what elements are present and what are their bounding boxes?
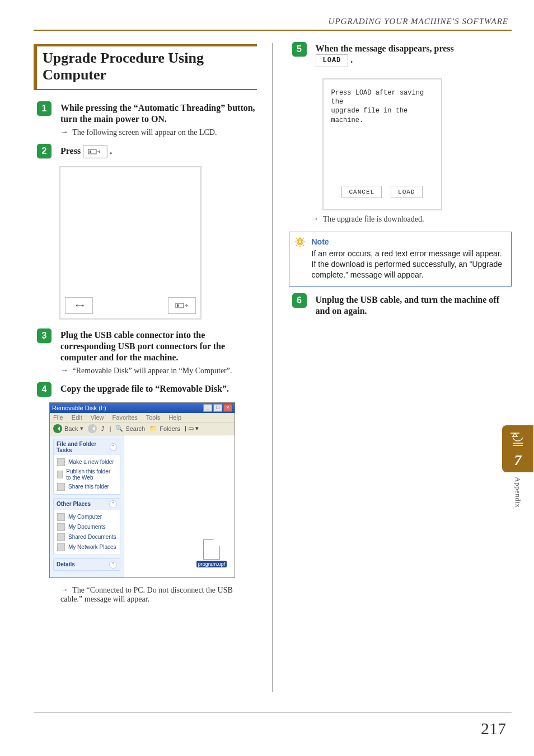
task-item: Make a new folder [57, 457, 116, 467]
tasks-title: Other Places [57, 501, 91, 507]
step-number-badge: 5 [292, 42, 307, 57]
step-4-result: → The “Connected to PC. Do not disconnec… [60, 586, 257, 604]
section-title-box: Upgrade Procedure Using Computer [34, 44, 257, 90]
step-3-result-text: “Removable Disk” will appear in “My Comp… [73, 367, 232, 375]
step-number-badge: 2 [37, 144, 51, 158]
step-5-result-text: The upgrade file is downloaded. [323, 215, 424, 223]
step-1-result-text: The following screen will appear on the … [72, 128, 217, 137]
lcd-usb-button-icon [83, 145, 107, 158]
appendix-badge-embroidery-icon [507, 430, 528, 451]
step-number-badge: 4 [37, 382, 51, 397]
menu-item: Favorites [113, 414, 138, 421]
lcd-screenshot-load: Press LOAD after saving the upgrade file… [322, 78, 442, 210]
step-5: 5 When the message disappears, press LOA… [289, 43, 512, 67]
lcd-screenshot-blank [59, 166, 202, 320]
place-item: Shared Documents [57, 532, 116, 542]
step-4-result-block: → The “Connected to PC. Do not disconnec… [34, 586, 257, 604]
appendix-chapter-number: 7 [514, 452, 522, 469]
step-2-title: Press . [60, 145, 257, 158]
close-icon: × [223, 404, 232, 412]
note-lightbulb-icon [294, 236, 306, 248]
step-number-badge: 6 [292, 293, 307, 308]
note-title: Note [312, 237, 506, 247]
maximize-icon: □ [213, 404, 222, 412]
place-item: My Documents [57, 522, 116, 532]
explorer-window: Removable Disk (I:) _ □ × File Edit View… [49, 402, 235, 578]
result-arrow-icon: → [311, 214, 319, 223]
lcd-usb-icon [168, 297, 196, 314]
search-button: 🔍 Search [115, 425, 145, 432]
minimize-icon: _ [203, 404, 212, 412]
explorer-menubar: File Edit View Favorites Tools Help [50, 413, 235, 422]
documents-icon [57, 523, 65, 531]
menu-item: File [53, 414, 63, 421]
result-arrow-icon: → [60, 585, 68, 594]
tasks-title: Details [57, 561, 75, 567]
explorer-tasks-pane: File and Folder Tasks˄ Make a new folder… [50, 435, 124, 577]
running-header: UPGRADING YOUR MACHINE'S SOFTWARE [34, 17, 508, 26]
step-5-suffix: . [350, 55, 353, 64]
column-separator [273, 43, 273, 692]
menu-item: Help [168, 414, 181, 421]
upgrade-file-icon: program.upf [199, 539, 224, 567]
explorer-content: program.upf [124, 435, 235, 577]
appendix-label: Appendix [513, 477, 522, 508]
shared-icon [57, 533, 65, 541]
svg-point-2 [82, 304, 84, 306]
lcd-load-button-icon: LOAD [316, 54, 349, 67]
step-4-result-text: The “Connected to PC. Do not disconnect … [60, 586, 233, 603]
step-5-prefix: When the message disappears, press [316, 44, 454, 53]
globe-icon [57, 471, 63, 478]
step-1: 1 While pressing the “Automatic Threadin… [34, 102, 257, 137]
place-item: My Network Places [57, 542, 116, 552]
place-item: My Computer [57, 512, 116, 522]
step-2-prefix: Press [60, 145, 81, 155]
svg-rect-1 [90, 151, 91, 153]
collapse-icon: ˄ [110, 443, 117, 451]
collapse-icon: ˄ [109, 500, 117, 508]
back-icon [53, 424, 62, 433]
step-3-title: Plug the USB cable connector into the co… [60, 330, 257, 363]
step-6-title: Unplug the USB cable, and turn the machi… [316, 294, 512, 317]
computer-icon [57, 513, 65, 521]
step-3-result: → “Removable Disk” will appear in “My Co… [60, 367, 257, 375]
lcd-msg-line: upgrade file in the [331, 106, 433, 115]
task-item: Publish this folder to the Web [57, 467, 116, 482]
folder-icon [57, 458, 65, 466]
step-4: 4 Copy the upgrade file to “Removable Di… [34, 383, 257, 395]
footer-rule [34, 712, 512, 713]
menu-item: View [91, 414, 104, 421]
back-button: Back ▾ [53, 424, 83, 433]
folders-button: 📁 Folders [149, 425, 180, 432]
task-item: Share this folder [57, 482, 116, 492]
network-icon [57, 543, 65, 551]
step-4-title: Copy the upgrade file to “Removable Disk… [60, 383, 257, 395]
file-label: program.upf [196, 561, 227, 567]
step-3: 3 Plug the USB cable connector into the … [34, 330, 257, 375]
lcd-load-button: LOAD [391, 186, 422, 198]
share-icon [57, 483, 65, 491]
expand-icon: ˅ [109, 561, 117, 569]
step-5-result: → The upgrade file is downloaded. [311, 215, 512, 224]
result-arrow-icon: → [60, 128, 68, 137]
menu-item: Edit [72, 414, 82, 421]
svg-rect-4 [177, 304, 179, 307]
section-title: Upgrade Procedure Using Computer [43, 50, 257, 83]
explorer-title: Removable Disk (I:) [52, 405, 106, 411]
svg-point-6 [298, 240, 301, 243]
forward-icon [88, 424, 97, 433]
tasks-title: File and Folder Tasks [57, 441, 110, 453]
note-box: Note If an error occurs, a red text erro… [289, 232, 512, 287]
up-icon: ⤴ [101, 425, 105, 432]
step-2-suffix: . [110, 145, 112, 155]
lcd-msg-line: machine. [331, 116, 433, 125]
menu-item: Tools [146, 414, 161, 421]
header-rule [34, 30, 512, 31]
step-1-result: → The following screen will appear on th… [60, 128, 257, 137]
lcd-back-icon [65, 297, 93, 314]
lcd-cancel-button: CANCEL [341, 186, 382, 198]
step-6: 6 Unplug the USB cable, and turn the mac… [289, 294, 512, 317]
lcd-msg-line: Press LOAD after saving the [331, 88, 433, 106]
step-number-badge: 3 [37, 328, 51, 343]
result-arrow-icon: → [60, 366, 68, 375]
